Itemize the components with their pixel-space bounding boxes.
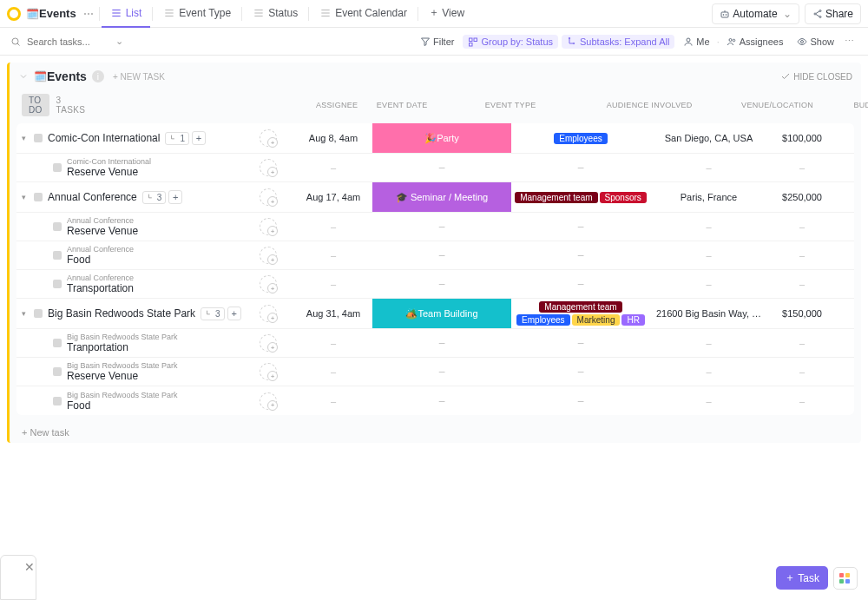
tab-event-calendar[interactable]: Event Calendar [311,0,416,28]
add-subtask-button[interactable]: + [227,307,241,320]
add-assignee-icon[interactable] [260,275,277,293]
subtask-count-pill[interactable]: 1 [165,132,189,145]
date-cell[interactable]: – [294,250,372,260]
subtask-name[interactable]: Reserve Venue [67,225,138,237]
chevron-down-icon[interactable]: ▾ [22,309,30,318]
col-assignee[interactable]: ASSIGNEE [311,101,363,109]
subtask-count-pill[interactable]: 3 [142,191,167,204]
subtask-count-pill[interactable]: 3 [201,307,225,320]
type-cell[interactable]: – [372,358,511,386]
subtask-name[interactable]: Food [67,254,134,266]
automate-button[interactable]: Automate ⌄ [712,3,799,24]
close-panel-button[interactable]: ✕ [24,560,35,574]
budget-cell[interactable]: – [767,338,837,348]
budget-cell[interactable]: – [767,162,837,173]
audience-tag[interactable]: Management team [539,301,621,313]
search-input[interactable] [23,35,110,49]
audience-tag[interactable]: Management team [515,192,597,203]
subtask-name[interactable]: Tranportation [67,341,178,353]
assignee-cell[interactable] [242,334,294,352]
apps-grid-button[interactable] [833,567,858,590]
hide-closed-button[interactable]: HIDE CLOSED [780,71,852,82]
audience-tag[interactable]: Employees [554,133,607,144]
audience-cell[interactable]: – [511,247,650,264]
subtask-name[interactable]: Reserve Venue [67,370,178,382]
audience-cell[interactable]: Management teamEmployeesMarketingHR [511,299,650,328]
assignee-cell[interactable] [242,363,294,380]
audience-tag[interactable]: Marketing [572,314,621,326]
add-assignee-icon[interactable] [260,188,277,206]
show-button[interactable]: Show [792,35,839,49]
location-cell[interactable]: – [650,162,767,173]
audience-tag[interactable]: Employees [516,314,569,326]
audience-cell[interactable]: – [511,363,650,380]
tab-list[interactable]: List [102,0,151,28]
tab-event-type[interactable]: Event Type [155,0,240,28]
share-button[interactable]: Share [805,3,861,24]
subtask-row[interactable]: Big Basin Redwoods State Park Reserve Ve… [16,358,854,386]
location-cell[interactable]: – [650,221,767,232]
add-assignee-icon[interactable] [260,334,277,352]
audience-cell[interactable]: – [511,334,650,352]
filter-button[interactable]: Filter [415,35,459,49]
location-cell[interactable]: San Diego, CA, USA [650,133,767,143]
new-task-link[interactable]: + NEW TASK [113,72,165,82]
budget-cell[interactable]: – [767,366,837,377]
add-assignee-icon[interactable] [260,129,277,147]
subtask-name[interactable]: Food [67,399,178,412]
date-cell[interactable]: – [294,221,372,232]
date-cell[interactable]: Aug 17, 4am [294,192,372,202]
location-cell[interactable]: Paris, France [650,192,767,202]
budget-cell[interactable]: $250,000 [767,192,837,202]
type-cell[interactable]: – [372,386,511,415]
subtask-name[interactable]: Reserve Venue [67,166,151,178]
location-cell[interactable]: – [650,396,767,406]
me-button[interactable]: Me [678,35,714,49]
subtask-name[interactable]: Transportation [67,282,134,294]
new-task-fab[interactable]: ＋ Task [776,566,828,590]
toolbar-more-icon[interactable]: ⋯ [841,36,858,47]
col-location[interactable]: VENUE/LOCATION [719,101,836,109]
new-task-row[interactable]: + New task [10,422,861,443]
status-square[interactable] [34,134,43,142]
budget-cell[interactable]: – [767,250,837,260]
search-box[interactable]: ⌄ [10,35,123,49]
task-row[interactable]: ▾ Annual Conference 3 + Aug 17, 4am 🎓 Se… [16,182,854,213]
subtask-row[interactable]: Big Basin Redwoods State Park Food – – –… [16,386,854,415]
add-subtask-button[interactable]: + [168,190,182,204]
header-more-icon[interactable]: ⋯ [80,8,97,20]
date-cell[interactable]: – [294,162,372,173]
budget-cell[interactable]: $150,000 [767,308,837,319]
task-name[interactable]: Comic-Con International [48,132,160,144]
chevron-down-icon[interactable]: ⌄ [115,36,123,47]
add-view-button[interactable]: ＋ View [420,0,473,28]
type-cell[interactable]: – [372,329,511,357]
collapse-icon[interactable] [18,71,29,82]
audience-cell[interactable]: – [511,392,650,410]
date-cell[interactable]: – [294,338,372,348]
date-cell[interactable]: – [294,396,372,406]
audience-cell[interactable]: Management teamSponsors [511,189,650,206]
assignee-cell[interactable] [242,188,294,206]
subtasks-button[interactable]: Subtasks: Expand All [562,35,674,49]
location-cell[interactable]: – [650,366,767,377]
col-type[interactable]: EVENT TYPE [441,101,580,109]
task-row[interactable]: ▾ Big Basin Redwoods State Park 3 + Aug … [16,299,854,329]
type-cell[interactable]: – [372,241,511,269]
location-cell[interactable]: – [650,338,767,348]
add-subtask-button[interactable]: + [192,131,206,145]
groupby-button[interactable]: Group by: Status [463,35,558,49]
budget-cell[interactable]: – [767,279,837,289]
audience-cell[interactable]: – [511,218,650,235]
tab-status[interactable]: Status [244,0,306,28]
task-row[interactable]: ▾ Comic-Con International 1 + Aug 8, 4am… [16,123,854,154]
subtask-row[interactable]: Big Basin Redwoods State Park Tranportat… [16,329,854,358]
status-pill[interactable]: TO DO [22,94,49,116]
assignee-cell[interactable] [242,218,294,235]
info-icon[interactable]: i [92,70,104,82]
status-square[interactable] [53,251,62,260]
type-cell[interactable]: – [372,270,511,298]
date-cell[interactable]: Aug 31, 4am [294,308,372,319]
location-cell[interactable]: 21600 Big Basin Way, … [650,308,767,319]
status-square[interactable] [53,397,62,405]
